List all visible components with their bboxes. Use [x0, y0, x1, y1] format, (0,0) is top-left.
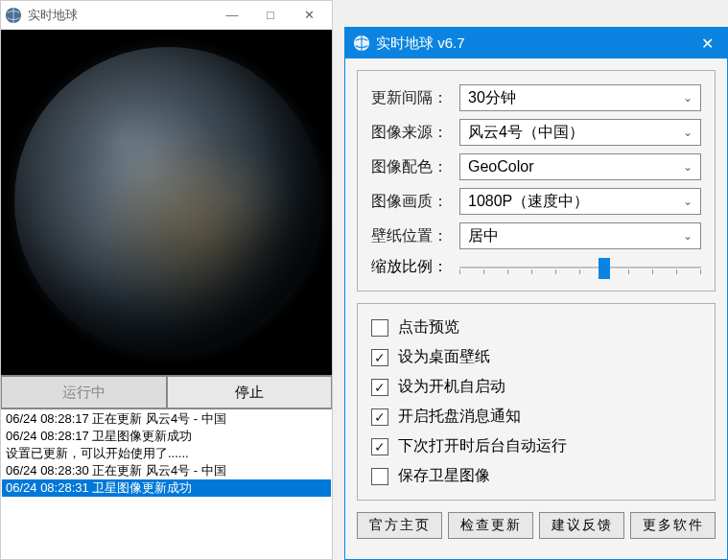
- update-interval-label: 更新间隔：: [371, 88, 459, 108]
- zoom-slider[interactable]: [459, 258, 701, 277]
- wallpaper-pos-label: 壁纸位置：: [371, 226, 459, 246]
- log-line[interactable]: 06/24 08:28:30 正在更新 风云4号 - 中国: [2, 462, 331, 479]
- globe-icon: [353, 35, 370, 52]
- log-line[interactable]: 06/24 08:28:31 卫星图像更新成功: [2, 479, 331, 497]
- settings-title: 实时地球 v6.7: [376, 35, 695, 53]
- option-row[interactable]: ✓设为开机自启动: [371, 377, 701, 397]
- home-button[interactable]: 官方主页: [357, 512, 442, 539]
- log-line[interactable]: 设置已更新，可以开始使用了......: [2, 445, 331, 462]
- viewer-window: 实时地球 — □ ✕ 运行中 停止 06/24 08:28:17 正在更新 风云…: [0, 0, 333, 560]
- update-interval-select[interactable]: 30分钟 ⌄: [459, 84, 701, 111]
- viewer-titlebar: 实时地球 — □ ✕: [1, 1, 332, 30]
- check-update-button[interactable]: 检查更新: [448, 512, 533, 539]
- stop-button[interactable]: 停止: [167, 376, 333, 408]
- log-line[interactable]: 06/24 08:28:17 正在更新 风云4号 - 中国: [2, 410, 331, 428]
- slider-thumb[interactable]: [599, 258, 610, 279]
- image-source-label: 图像来源：: [371, 123, 459, 143]
- option-row[interactable]: ✓设为桌面壁纸: [371, 347, 701, 367]
- option-label: 点击预览: [398, 317, 459, 338]
- checkbox[interactable]: ✓: [371, 408, 388, 426]
- option-label: 设为桌面壁纸: [398, 347, 490, 367]
- image-color-select[interactable]: GeoColor ⌄: [459, 153, 701, 180]
- log-area[interactable]: 06/24 08:28:17 正在更新 风云4号 - 中国06/24 08:28…: [1, 408, 332, 559]
- chevron-down-icon: ⌄: [683, 229, 693, 243]
- close-icon[interactable]: ✕: [695, 35, 719, 53]
- image-color-value: GeoColor: [468, 158, 533, 175]
- image-source-select[interactable]: 风云4号（中国） ⌄: [459, 119, 701, 146]
- earth-image: [1, 30, 332, 375]
- minimize-button[interactable]: —: [213, 2, 251, 29]
- settings-panel: 更新间隔： 30分钟 ⌄ 图像来源： 风云4号（中国） ⌄ 图像配色： GeoC…: [357, 70, 716, 292]
- checkbox[interactable]: [371, 468, 388, 485]
- more-software-button[interactable]: 更多软件: [630, 512, 716, 539]
- zoom-label: 缩放比例：: [371, 257, 459, 277]
- option-label: 保存卫星图像: [398, 466, 490, 486]
- checkbox[interactable]: ✓: [371, 379, 388, 396]
- chevron-down-icon: ⌄: [683, 126, 693, 139]
- viewer-title: 实时地球: [28, 7, 78, 24]
- settings-titlebar: 实时地球 v6.7 ✕: [345, 28, 727, 58]
- chevron-down-icon: ⌄: [683, 195, 693, 208]
- option-label: 下次打开时后台自动运行: [398, 436, 567, 456]
- chevron-down-icon: ⌄: [683, 160, 693, 174]
- settings-window: 实时地球 v6.7 ✕ 更新间隔： 30分钟 ⌄ 图像来源： 风云4号（中国） …: [344, 27, 728, 560]
- checkbox[interactable]: ✓: [371, 438, 388, 455]
- checkbox[interactable]: [371, 319, 388, 337]
- wallpaper-pos-value: 居中: [468, 226, 499, 246]
- option-row[interactable]: 保存卫星图像: [371, 466, 701, 486]
- globe-icon: [5, 7, 22, 24]
- image-quality-label: 图像画质：: [371, 192, 459, 212]
- update-interval-value: 30分钟: [468, 88, 516, 108]
- chevron-down-icon: ⌄: [683, 91, 693, 105]
- wallpaper-pos-select[interactable]: 居中 ⌄: [459, 222, 701, 249]
- feedback-button[interactable]: 建议反馈: [539, 512, 624, 539]
- bottom-buttons: 官方主页 检查更新 建议反馈 更多软件: [357, 512, 716, 539]
- options-panel: 点击预览✓设为桌面壁纸✓设为开机自启动✓开启托盘消息通知✓下次打开时后台自动运行…: [357, 303, 716, 501]
- log-line[interactable]: 06/24 08:28:17 卫星图像更新成功: [2, 428, 331, 445]
- option-row[interactable]: ✓下次打开时后台自动运行: [371, 436, 701, 456]
- option-label: 设为开机自启动: [398, 377, 505, 397]
- checkbox[interactable]: ✓: [371, 349, 388, 366]
- option-row[interactable]: ✓开启托盘消息通知: [371, 407, 701, 427]
- control-buttons: 运行中 停止: [1, 375, 332, 408]
- image-quality-select[interactable]: 1080P（速度中） ⌄: [459, 188, 701, 215]
- running-button[interactable]: 运行中: [1, 376, 167, 408]
- image-quality-value: 1080P（速度中）: [468, 192, 589, 212]
- option-row[interactable]: 点击预览: [371, 317, 701, 338]
- image-color-label: 图像配色：: [371, 157, 459, 177]
- option-label: 开启托盘消息通知: [398, 407, 521, 427]
- image-source-value: 风云4号（中国）: [468, 123, 584, 143]
- maximize-button[interactable]: □: [251, 2, 290, 29]
- close-button[interactable]: ✕: [290, 2, 328, 29]
